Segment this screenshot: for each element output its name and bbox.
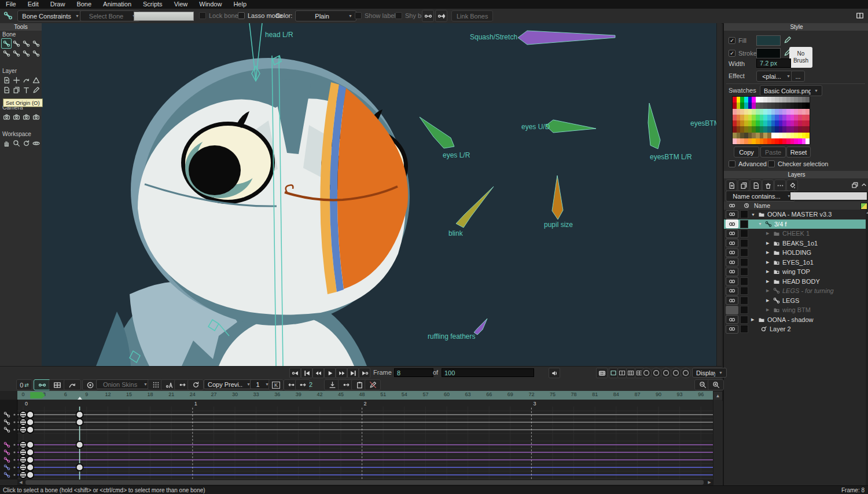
freehand-tool[interactable] bbox=[31, 85, 41, 94]
palette-swatch[interactable] bbox=[806, 138, 810, 144]
layer-animate-checkbox[interactable] bbox=[740, 220, 748, 228]
palette-swatch[interactable] bbox=[771, 133, 775, 138]
palette-swatch[interactable] bbox=[748, 97, 752, 103]
keyframe-track1-frame8[interactable] bbox=[76, 419, 83, 426]
palette-swatch[interactable] bbox=[767, 120, 771, 126]
checker-selection-checkbox[interactable]: Checker selection bbox=[768, 160, 828, 167]
palette-swatch[interactable] bbox=[763, 138, 767, 144]
zoom-camera-tool[interactable] bbox=[12, 112, 21, 121]
clear-animation-button[interactable] bbox=[365, 379, 381, 390]
palette-swatch[interactable] bbox=[733, 120, 737, 126]
palette-swatch[interactable] bbox=[760, 138, 764, 144]
add-point-tool[interactable] bbox=[12, 75, 21, 85]
palette-swatch[interactable] bbox=[752, 126, 756, 132]
palette-swatch[interactable] bbox=[744, 126, 748, 132]
palette-swatch[interactable] bbox=[782, 109, 786, 115]
palette-swatch[interactable] bbox=[752, 115, 756, 120]
link-bones-button[interactable]: Link Bones bbox=[451, 10, 493, 21]
keyframe-track6-frame0[interactable] bbox=[20, 464, 27, 471]
palette-swatch[interactable] bbox=[794, 109, 798, 115]
width-field[interactable]: 7.2 px bbox=[756, 58, 791, 68]
total-frames-input[interactable] bbox=[442, 368, 534, 377]
palette-swatch[interactable] bbox=[771, 115, 775, 120]
keyframe-track4-frame0[interactable] bbox=[20, 449, 27, 456]
palette-swatch[interactable] bbox=[802, 120, 806, 126]
palette-swatch[interactable] bbox=[771, 138, 775, 144]
palette-swatch[interactable] bbox=[733, 109, 737, 115]
main-canvas[interactable]: head L/RSquash/Stretcheyes U/Deyes L/Rey… bbox=[42, 23, 722, 366]
bone-constraints-tool[interactable] bbox=[1, 38, 12, 49]
palette-swatch[interactable] bbox=[760, 97, 764, 103]
view-option-1-button[interactable] bbox=[641, 368, 652, 378]
palette-swatch[interactable] bbox=[748, 120, 752, 126]
palette-swatch[interactable] bbox=[763, 133, 767, 138]
palette-swatch[interactable] bbox=[737, 120, 741, 126]
keyframe-track3-frame0[interactable] bbox=[20, 441, 27, 448]
palette-swatch[interactable] bbox=[794, 126, 798, 132]
layer-animate-checkbox[interactable] bbox=[740, 325, 748, 333]
palette-swatch[interactable] bbox=[779, 109, 783, 115]
palette-swatch[interactable] bbox=[763, 120, 767, 126]
menu-help[interactable]: Help bbox=[227, 0, 252, 9]
scrollbar-thumb[interactable] bbox=[25, 480, 704, 485]
step-forward-button[interactable] bbox=[336, 368, 347, 378]
layer-animate-checkbox[interactable] bbox=[740, 287, 748, 295]
palette-swatch[interactable] bbox=[737, 103, 741, 108]
bone-strength-tool[interactable] bbox=[2, 49, 11, 58]
keyframe-track1-frame0[interactable] bbox=[20, 419, 27, 426]
expand-closed-icon[interactable]: ▶ bbox=[751, 317, 754, 322]
palette-swatch[interactable] bbox=[740, 120, 744, 126]
palette-swatch[interactable] bbox=[737, 109, 741, 115]
palette-swatch[interactable] bbox=[767, 126, 771, 132]
expand-open-icon[interactable]: ▼ bbox=[758, 222, 762, 226]
rotate-workspace-tool[interactable] bbox=[21, 138, 31, 148]
palette-swatch[interactable] bbox=[733, 115, 737, 120]
palette-swatch[interactable] bbox=[744, 97, 748, 103]
palette-swatch[interactable] bbox=[786, 126, 790, 132]
bone-ruffling-feathers[interactable] bbox=[474, 319, 487, 335]
palette-swatch[interactable] bbox=[733, 138, 737, 144]
palette-swatch[interactable] bbox=[767, 97, 771, 103]
orbit-workspace-tool[interactable] bbox=[31, 138, 41, 148]
no-brush-button[interactable]: No Brush bbox=[789, 47, 812, 68]
new-group-button[interactable] bbox=[750, 180, 762, 191]
palette-swatch[interactable] bbox=[782, 120, 786, 126]
split-view2-button[interactable] bbox=[617, 368, 627, 378]
palette-swatch[interactable] bbox=[802, 97, 806, 103]
paste-button[interactable]: Paste bbox=[760, 147, 786, 158]
keyframe-track1-frame1[interactable] bbox=[27, 419, 34, 426]
bone-strip-button[interactable] bbox=[596, 368, 608, 378]
palette-swatch[interactable] bbox=[744, 109, 748, 115]
next-keyframe-button[interactable] bbox=[295, 379, 310, 390]
palette-swatch[interactable] bbox=[763, 103, 767, 108]
palette-swatch[interactable] bbox=[782, 103, 786, 108]
layer-visibility-toggle[interactable] bbox=[726, 258, 738, 266]
layer-visibility-toggle[interactable] bbox=[726, 268, 738, 276]
go-to-start-button[interactable] bbox=[301, 368, 312, 378]
palette-swatch[interactable] bbox=[737, 115, 741, 120]
layer-visibility-toggle[interactable] bbox=[726, 277, 738, 286]
palette-swatch[interactable] bbox=[779, 115, 783, 120]
palette-swatch[interactable] bbox=[794, 103, 798, 108]
layer-fill-button[interactable] bbox=[786, 180, 798, 191]
palette-swatch[interactable] bbox=[771, 97, 775, 103]
advanced-checkbox[interactable]: Advanced bbox=[729, 160, 767, 167]
palette-swatch[interactable] bbox=[767, 115, 771, 120]
palette-swatch[interactable] bbox=[756, 133, 760, 138]
text-tool-tool[interactable] bbox=[21, 85, 31, 94]
menu-window[interactable]: Window bbox=[193, 0, 227, 9]
roll-camera-tool[interactable] bbox=[21, 112, 31, 121]
palette-swatch[interactable] bbox=[779, 97, 783, 103]
reset-rotation-button[interactable] bbox=[187, 379, 204, 390]
palette-swatch[interactable] bbox=[752, 103, 756, 108]
palette-swatch[interactable] bbox=[782, 126, 786, 132]
palette-swatch[interactable] bbox=[790, 115, 795, 120]
palette-swatch[interactable] bbox=[782, 138, 786, 144]
palette-swatch[interactable] bbox=[733, 103, 737, 108]
palette-swatch[interactable] bbox=[790, 138, 795, 144]
palette-swatch[interactable] bbox=[775, 115, 779, 120]
layer-row-3-4-f[interactable]: ▼3/4 f bbox=[724, 219, 866, 229]
palette-swatch[interactable] bbox=[798, 120, 802, 126]
select-bone-dropdown[interactable]: Select Bone▼ bbox=[80, 10, 140, 21]
palette-swatch[interactable] bbox=[760, 120, 764, 126]
